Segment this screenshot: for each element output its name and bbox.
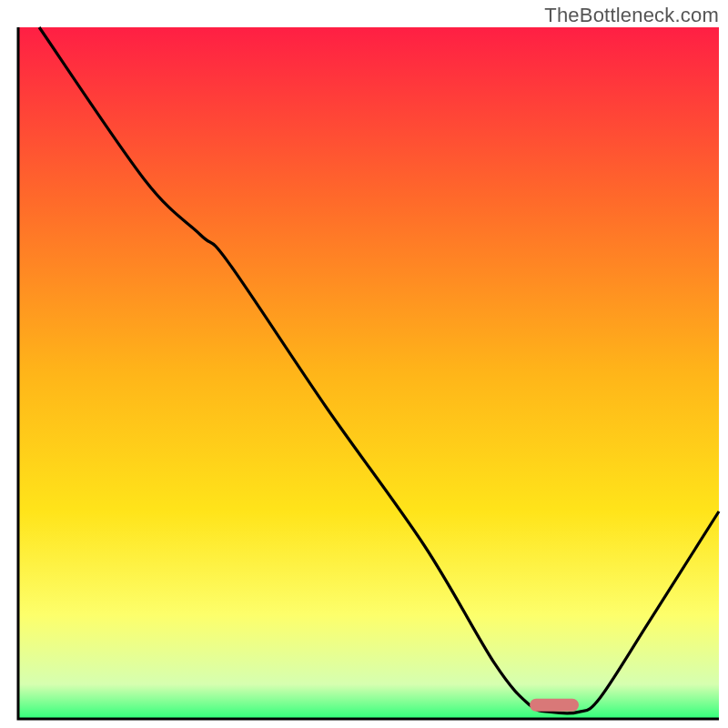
gradient-background: [18, 27, 719, 719]
optimal-marker-pill: [530, 699, 579, 712]
bottleneck-chart: [0, 0, 728, 728]
watermark-text: TheBottleneck.com: [544, 4, 719, 27]
